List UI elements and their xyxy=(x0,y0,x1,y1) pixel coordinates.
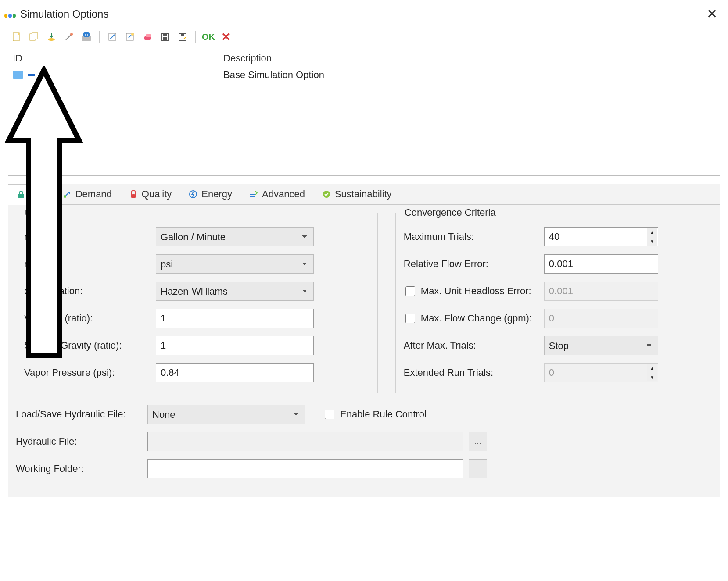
tab-label: Advanced xyxy=(262,189,305,200)
titlebar: Simulation Options ✕ xyxy=(0,0,728,27)
row-id xyxy=(28,74,35,76)
tab-energy[interactable]: Energy xyxy=(180,184,240,204)
edit-icon[interactable] xyxy=(105,29,120,44)
toolbar: ID OK ✕ xyxy=(0,27,728,49)
save-as-icon[interactable] xyxy=(175,29,190,44)
pressure-unit-select[interactable]: psi xyxy=(156,254,314,274)
bottom-section: Load/Save Hydraulic File: None Enable Ru… xyxy=(16,405,712,478)
tab-quality[interactable]: Quality xyxy=(120,184,180,204)
row-desc: Base Simulation Option xyxy=(223,69,324,81)
vapor-pressure-label: Vapor Pressure (psi): xyxy=(24,367,156,378)
enable-rule-checkbox[interactable] xyxy=(325,410,334,419)
advanced-icon xyxy=(249,189,258,199)
svg-text:ID: ID xyxy=(85,33,88,36)
quality-icon xyxy=(129,189,138,199)
after-max-select[interactable]: Stop xyxy=(544,336,658,355)
hydraulic-file-label: Hydraulic File: xyxy=(16,436,147,447)
tab-label: Demand xyxy=(75,189,112,200)
col-id-header: ID xyxy=(13,53,223,64)
new-icon[interactable] xyxy=(9,29,24,44)
tab-label: eral xyxy=(29,189,46,200)
svg-line-5 xyxy=(66,35,71,40)
tab-body-general: ulics nit: Gallon / Minute re Unit: psi … xyxy=(8,204,720,497)
sustainability-icon xyxy=(322,189,331,199)
tab-demand[interactable]: Demand xyxy=(54,184,120,204)
browse-working-folder-button[interactable]: ... xyxy=(469,459,487,478)
cancel-button[interactable]: ✕ xyxy=(219,29,233,44)
group-title: ulics xyxy=(22,207,48,218)
max-flow-change-checkbox[interactable] xyxy=(405,314,415,323)
tab-label: Quality xyxy=(142,189,172,200)
save-icon[interactable] xyxy=(158,29,172,44)
pressure-unit-label: re Unit: xyxy=(24,258,156,270)
max-headloss-checkbox[interactable] xyxy=(405,286,415,296)
svg-rect-3 xyxy=(32,32,37,39)
svg-rect-1 xyxy=(18,33,19,35)
svg-point-12 xyxy=(131,33,134,36)
max-headloss-label: Max. Unit Headloss Error: xyxy=(421,285,531,297)
tab-sustainability[interactable]: Sustainability xyxy=(313,184,400,204)
svg-point-4 xyxy=(48,38,55,41)
svg-rect-23 xyxy=(132,194,135,198)
vapor-pressure-input[interactable] xyxy=(156,363,314,382)
relative-flow-label: Relative Flow Error: xyxy=(404,258,544,270)
id-badge-icon[interactable]: ID xyxy=(79,29,94,44)
col-desc-header: Description xyxy=(223,53,272,64)
tab-label: Sustainability xyxy=(335,189,392,200)
tabs: eral Demand Quality Energy Advanced Sust… xyxy=(8,184,720,204)
svg-rect-20 xyxy=(18,194,24,198)
ok-button[interactable]: OK xyxy=(201,29,216,44)
close-button[interactable]: ✕ xyxy=(702,4,722,23)
viscosity-label: Viscosity (ratio): xyxy=(24,313,156,324)
import-icon[interactable] xyxy=(44,29,59,44)
toolbar-separator xyxy=(99,31,100,43)
group-convergence: Convergence Criteria Maximum Trials: ▲▼ … xyxy=(395,213,712,393)
hydraulic-file-input xyxy=(147,432,463,451)
app-icon xyxy=(4,10,16,18)
wand-icon[interactable] xyxy=(61,29,76,44)
folder-icon xyxy=(13,71,23,79)
viscosity-input[interactable] xyxy=(156,309,314,328)
headloss-select[interactable]: Hazen-Williams xyxy=(156,282,314,301)
group-hydraulics: ulics nit: Gallon / Minute re Unit: psi … xyxy=(16,213,378,393)
max-headloss-input xyxy=(544,282,658,301)
tab-advanced[interactable]: Advanced xyxy=(240,184,313,204)
lock-icon xyxy=(16,190,26,200)
duplicate-icon[interactable] xyxy=(26,29,41,44)
spinner: ▲▼ xyxy=(647,364,657,381)
load-save-label: Load/Save Hydraulic File: xyxy=(16,409,147,420)
toolbar-separator xyxy=(195,31,196,43)
specific-gravity-label: Specific Gravity (ratio): xyxy=(24,340,156,351)
energy-icon xyxy=(188,189,198,199)
load-save-select[interactable]: None xyxy=(147,405,305,424)
after-max-label: After Max. Trials: xyxy=(404,340,544,351)
svg-point-25 xyxy=(323,191,330,198)
max-flow-change-label: Max. Flow Change (gpm): xyxy=(421,313,532,324)
extended-run-input xyxy=(544,363,658,382)
browse-hydraulic-file-button[interactable]: ... xyxy=(469,432,487,451)
specific-gravity-input[interactable] xyxy=(156,336,314,355)
tab-label: Energy xyxy=(201,189,232,200)
options-list[interactable]: ID Description Base Simulation Option xyxy=(8,49,720,176)
flow-unit-label: nit: xyxy=(24,231,156,242)
svg-rect-17 xyxy=(163,37,167,40)
list-row[interactable]: Base Simulation Option xyxy=(8,68,720,82)
tab-general[interactable]: eral xyxy=(8,184,54,205)
group-title: Convergence Criteria xyxy=(401,207,499,218)
max-trials-label: Maximum Trials: xyxy=(404,231,544,242)
flow-unit-select[interactable]: Gallon / Minute xyxy=(156,227,314,246)
extended-run-label: Extended Run Trials: xyxy=(404,367,544,378)
window-title: Simulation Options xyxy=(20,8,108,20)
headloss-label: oss Equation: xyxy=(24,285,156,297)
relative-flow-input[interactable] xyxy=(544,254,658,274)
max-flow-change-input xyxy=(544,309,658,328)
max-trials-input[interactable] xyxy=(544,227,658,246)
svg-point-6 xyxy=(70,33,73,36)
working-folder-input[interactable] xyxy=(147,459,463,478)
svg-rect-19 xyxy=(181,33,184,36)
edit-new-icon[interactable] xyxy=(122,29,137,44)
spinner[interactable]: ▲▼ xyxy=(647,228,657,246)
list-header: ID Description xyxy=(8,49,720,68)
enable-rule-label: Enable Rule Control xyxy=(340,409,427,420)
erase-icon[interactable] xyxy=(140,29,155,44)
